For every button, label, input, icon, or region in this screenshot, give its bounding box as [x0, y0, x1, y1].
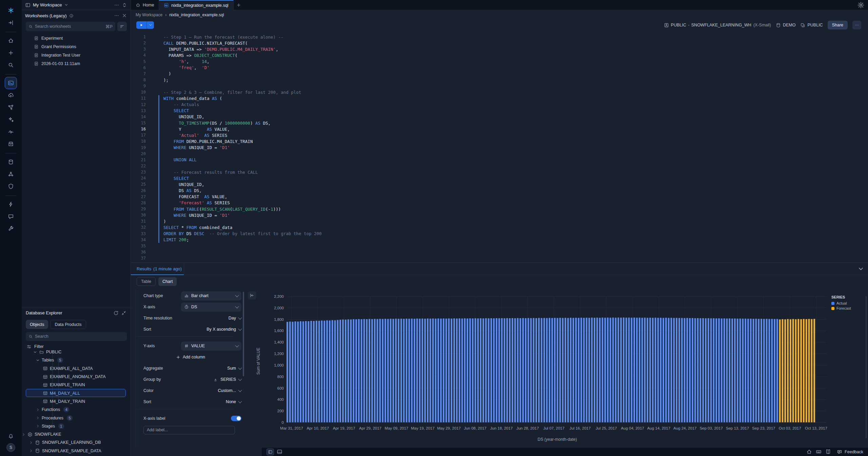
bar-actual[interactable] — [480, 318, 481, 422]
code-line[interactable]: 28 'Forecast' AS SERIES — [131, 200, 868, 206]
bar-actual[interactable] — [572, 318, 574, 422]
tree-item-procedures[interactable]: Procedures5 — [22, 414, 131, 422]
bar-actual[interactable] — [570, 318, 572, 422]
bar-actual[interactable] — [567, 318, 569, 422]
bar-forecast[interactable] — [813, 319, 815, 422]
bar-actual[interactable] — [715, 318, 717, 422]
tree-item-public[interactable]: PUBLIC — [22, 348, 131, 356]
breadcrumb-root[interactable]: My Workspace — [136, 13, 162, 17]
bar-actual[interactable] — [745, 318, 746, 422]
bar-actual[interactable] — [628, 317, 630, 422]
bar-actual[interactable] — [392, 319, 394, 422]
workspace-more-icon[interactable] — [114, 2, 119, 8]
bar-actual[interactable] — [755, 319, 757, 422]
bar-actual[interactable] — [676, 318, 677, 422]
bar-actual[interactable] — [565, 318, 566, 422]
role-selector[interactable]: PUBLIC SNOWFLAKE_LEARNING_WH (X-Small) — [664, 23, 771, 28]
rail-snowflake-logo[interactable] — [5, 5, 17, 16]
bar-actual[interactable] — [419, 319, 421, 422]
bar-actual[interactable] — [411, 318, 413, 422]
bar-actual[interactable] — [403, 319, 405, 422]
share-button[interactable]: Share — [828, 21, 848, 29]
code-line[interactable]: 25 UNIQUE_ID, — [131, 181, 868, 187]
tree-item-functions[interactable]: Functions4 — [22, 406, 131, 414]
bar-actual[interactable] — [498, 318, 500, 422]
bar-actual[interactable] — [469, 318, 471, 422]
bar-actual[interactable] — [678, 318, 680, 422]
results-tab[interactable]: Results (1 minute ago) — [131, 263, 184, 275]
bar-actual[interactable] — [633, 317, 635, 422]
bar-actual[interactable] — [339, 320, 341, 422]
tree-item-stages[interactable]: Stages1 — [22, 422, 131, 430]
explorer-search-input[interactable]: Search — [26, 332, 127, 341]
bar-actual[interactable] — [649, 318, 651, 422]
bar-actual[interactable] — [554, 318, 556, 422]
bar-actual[interactable] — [668, 318, 670, 422]
bar-actual[interactable] — [496, 318, 497, 422]
x-axis-label-input[interactable]: Add label... — [143, 426, 235, 434]
bar-actual[interactable] — [427, 318, 429, 422]
bar-actual[interactable] — [686, 318, 688, 422]
refresh-icon[interactable] — [113, 310, 119, 316]
code-line[interactable]: 30 WHERE UNIQUE_ID = 'D1' — [131, 212, 868, 218]
bar-actual[interactable] — [644, 318, 646, 422]
code-line[interactable]: 31) — [131, 218, 868, 224]
bar-actual[interactable] — [369, 319, 370, 422]
bar-forecast[interactable] — [782, 319, 783, 422]
view-tab-table[interactable]: Table — [137, 277, 156, 286]
rail-activity-button[interactable] — [5, 126, 17, 138]
code-line[interactable]: 34LIMIT 200; — [131, 237, 868, 243]
tree-item-m4_daily_train[interactable]: M4_DAILY_TRAIN — [22, 397, 131, 406]
bar-actual[interactable] — [559, 318, 561, 422]
bar-actual[interactable] — [446, 318, 447, 422]
bar-actual[interactable] — [549, 318, 550, 422]
bar-actual[interactable] — [316, 321, 317, 422]
code-line[interactable]: 12 -- Actuals — [131, 102, 868, 108]
code-line[interactable]: 10-- Step 2 & 3 — Combine, filter for la… — [131, 89, 868, 95]
bar-forecast[interactable] — [806, 319, 807, 422]
rail-shield-button[interactable] — [5, 181, 17, 192]
rail-marketplace-button[interactable] — [5, 138, 17, 150]
bar-actual[interactable] — [620, 318, 622, 422]
bar-actual[interactable] — [464, 318, 466, 422]
explorer-tab-objects[interactable]: Objects — [26, 320, 48, 329]
legend-item-actual[interactable]: Actual — [831, 301, 863, 305]
results-collapse-icon[interactable] — [858, 266, 864, 272]
bar-actual[interactable] — [485, 318, 487, 422]
feedback-button[interactable]: Feedback — [837, 449, 863, 455]
bar-forecast[interactable] — [790, 319, 791, 422]
bar-actual[interactable] — [599, 318, 601, 422]
bar-actual[interactable] — [747, 319, 749, 422]
bar-actual[interactable] — [647, 318, 648, 422]
bar-actual[interactable] — [366, 319, 368, 422]
bar-actual[interactable] — [626, 318, 627, 422]
bar-actual[interactable] — [708, 318, 709, 422]
bar-actual[interactable] — [437, 318, 439, 422]
rail-admin-wrench-button[interactable] — [5, 223, 17, 234]
bar-actual[interactable] — [377, 319, 378, 422]
sort-select[interactable]: None — [226, 399, 241, 404]
bar-actual[interactable] — [546, 318, 548, 422]
legend-item-forecast[interactable]: Forecast — [831, 306, 863, 310]
bar-forecast[interactable] — [811, 319, 812, 422]
bar-actual[interactable] — [501, 318, 503, 422]
bar-actual[interactable] — [355, 319, 357, 422]
bar-actual[interactable] — [517, 318, 518, 422]
bar-actual[interactable] — [430, 318, 431, 422]
worksheet-item[interactable]: Grant Permissions — [22, 42, 131, 51]
code-line[interactable]: 17 'Actual' AS SERIES — [131, 132, 868, 138]
code-line[interactable]: 2CALL DEMO.PUBLIC.NIXTLA_FORECAST( — [131, 40, 868, 46]
bar-actual[interactable] — [538, 318, 540, 422]
bar-actual[interactable] — [771, 319, 773, 422]
info-icon[interactable] — [69, 14, 74, 18]
worksheets-search-input[interactable]: Search worksheets ⌘P — [26, 22, 115, 31]
bar-actual[interactable] — [490, 318, 492, 422]
bar-forecast[interactable] — [797, 319, 799, 422]
bar-forecast[interactable] — [800, 319, 802, 422]
bar-actual[interactable] — [753, 319, 754, 422]
bar-actual[interactable] — [414, 319, 415, 422]
workspace-collapse-icon[interactable] — [122, 2, 127, 8]
bar-actual[interactable] — [387, 319, 389, 422]
bar-actual[interactable] — [432, 318, 434, 422]
bar-actual[interactable] — [663, 318, 664, 422]
